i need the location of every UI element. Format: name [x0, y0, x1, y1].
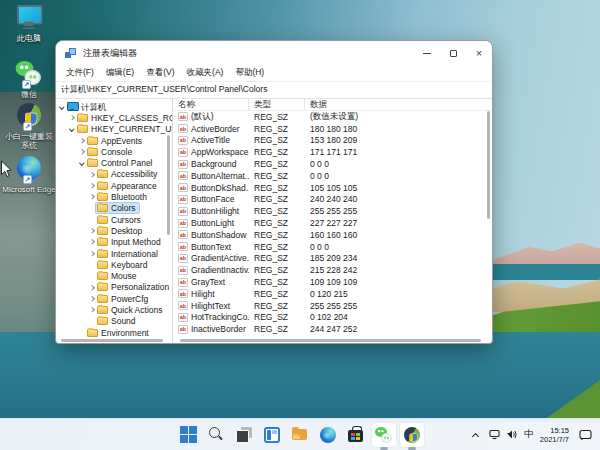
- notification-center-icon[interactable]: [579, 429, 592, 441]
- tree-item-console[interactable]: Console: [56, 146, 172, 157]
- window-title: 注册表编辑器: [83, 47, 414, 60]
- folder-icon: [77, 125, 88, 133]
- string-value-icon: [178, 266, 188, 275]
- menu-item-查看-v[interactable]: 查看(V): [140, 67, 180, 79]
- tree-item-powercfg[interactable]: PowerCfg: [56, 293, 172, 304]
- column-header-数据[interactable]: 数据: [305, 99, 492, 110]
- menu-item-文件-f[interactable]: 文件(F): [60, 67, 100, 79]
- value-row-activeborder[interactable]: ActiveBorderREG_SZ180 180 180: [173, 123, 492, 135]
- value-row-buttondkshad[interactable]: ButtonDkShad...REG_SZ105 105 105: [173, 182, 492, 194]
- value-row-background[interactable]: BackgroundREG_SZ0 0 0: [173, 158, 492, 170]
- tree-item-environment[interactable]: Environment: [56, 327, 172, 338]
- value-row-buttonlight[interactable]: ButtonLightREG_SZ227 227 227: [173, 217, 492, 229]
- value-row-buttonface[interactable]: ButtonFaceREG_SZ240 240 240: [173, 194, 492, 206]
- value-row-appworkspace[interactable]: AppWorkspaceREG_SZ171 171 171: [173, 146, 492, 158]
- ime-indicator[interactable]: 中: [524, 428, 534, 441]
- volume-icon[interactable]: [506, 429, 518, 440]
- value-row-hilighttext[interactable]: HilightTextREG_SZ255 255 255: [173, 300, 492, 312]
- value-row-gradientinactiv[interactable]: GradientInactiv...REG_SZ215 228 242: [173, 264, 492, 276]
- chevron-right-icon[interactable]: [88, 240, 96, 244]
- tree-item-label: Colors: [111, 203, 136, 213]
- value-row-buttonshadow[interactable]: ButtonShadowREG_SZ160 160 160: [173, 229, 492, 241]
- folder-icon: [97, 306, 108, 314]
- value-row-默认[interactable]: (默认)REG_SZ(数值未设置): [173, 111, 492, 123]
- list-vertical-scrollbar[interactable]: [487, 111, 490, 219]
- tree-vertical-scrollbar[interactable]: [167, 135, 170, 235]
- column-header-名称[interactable]: 名称: [173, 99, 249, 110]
- value-name-cell: ButtonHilight: [173, 206, 249, 216]
- value-row-graytext[interactable]: GrayTextREG_SZ109 109 109: [173, 276, 492, 288]
- minimize-button[interactable]: [414, 41, 440, 65]
- tree-item-appearance[interactable]: Appearance: [56, 180, 172, 191]
- value-row-gradientactive[interactable]: GradientActive...REG_SZ185 209 234: [173, 253, 492, 265]
- widgets-button[interactable]: [260, 423, 284, 447]
- menu-item-收藏夹-a[interactable]: 收藏夹(A): [181, 67, 230, 79]
- tree-item-hkey-current-user[interactable]: HKEY_CURRENT_USER: [56, 124, 172, 135]
- address-bar[interactable]: 计算机\HKEY_CURRENT_USER\Control Panel\Colo…: [56, 82, 492, 99]
- tree-item-international[interactable]: International: [56, 248, 172, 259]
- value-row-inactiveborder[interactable]: InactiveBorderREG_SZ244 247 252: [173, 323, 492, 335]
- chevron-right-icon[interactable]: [88, 252, 96, 256]
- tree-item-label: Control Panel: [101, 158, 153, 168]
- network-icon[interactable]: [489, 429, 500, 440]
- tree-item-mouse[interactable]: Mouse: [56, 270, 172, 281]
- desktop-icon-wechat[interactable]: ↗微信: [2, 58, 56, 99]
- chevron-right-icon[interactable]: [68, 116, 76, 120]
- search-button[interactable]: [204, 423, 228, 447]
- chevron-right-icon[interactable]: [88, 297, 96, 301]
- chevron-right-icon[interactable]: [88, 229, 96, 233]
- column-header-类型[interactable]: 类型: [249, 99, 305, 110]
- chevron-right-icon[interactable]: [88, 173, 96, 177]
- value-row-buttonalternat[interactable]: ButtonAlternat...REG_SZ0 0 0: [173, 170, 492, 182]
- store-button[interactable]: [344, 423, 368, 447]
- close-button[interactable]: ×: [466, 41, 492, 65]
- tree-item-sound[interactable]: Sound: [56, 316, 172, 327]
- tree-horizontal-scrollbar[interactable]: [61, 339, 163, 342]
- tray-overflow-button[interactable]: [467, 425, 483, 445]
- value-row-buttontext[interactable]: ButtonTextREG_SZ0 0 0: [173, 241, 492, 253]
- search-icon: [207, 426, 225, 444]
- chevron-right-icon[interactable]: [88, 184, 96, 188]
- chevron-down-icon[interactable]: [68, 127, 76, 131]
- task-view-button[interactable]: [232, 423, 256, 447]
- chevron-right-icon[interactable]: [88, 308, 96, 312]
- menu-item-编辑-e[interactable]: 编辑(E): [100, 67, 140, 79]
- taskbar-clock[interactable]: 15:15 2021/7/7: [540, 426, 569, 444]
- list-horizontal-scrollbar[interactable]: [180, 339, 481, 342]
- tree-item-appevents[interactable]: AppEvents: [56, 135, 172, 146]
- store-icon: [347, 426, 365, 444]
- chevron-right-icon[interactable]: [88, 286, 96, 290]
- tree-item-accessibility[interactable]: Accessibility: [56, 169, 172, 180]
- chevron-right-icon[interactable]: [88, 195, 96, 199]
- edge-button[interactable]: [316, 423, 340, 447]
- tree-item-input-method[interactable]: Input Method: [56, 237, 172, 248]
- tree-item-personalization[interactable]: Personalization: [56, 282, 172, 293]
- desktop-icon-pc[interactable]: 此电脑: [2, 2, 56, 43]
- xiaobai-button[interactable]: [400, 423, 424, 447]
- desktop-icon-xiaobai[interactable]: ↗小白一键重装系统: [2, 100, 56, 150]
- file-explorer-button[interactable]: [288, 423, 312, 447]
- maximize-button[interactable]: [440, 41, 466, 65]
- menu-item-帮助-h[interactable]: 帮助(H): [229, 67, 270, 79]
- value-row-activetitle[interactable]: ActiveTitleREG_SZ153 180 209: [173, 135, 492, 147]
- chevron-right-icon[interactable]: [78, 150, 86, 154]
- tree-item-keyboard[interactable]: Keyboard: [56, 259, 172, 270]
- tree-item-hkey-classes-root[interactable]: HKEY_CLASSES_ROOT: [56, 112, 172, 123]
- value-row-hottrackingco[interactable]: HotTrackingCo...REG_SZ0 102 204: [173, 312, 492, 324]
- tree-item-cursors[interactable]: Cursors: [56, 214, 172, 225]
- value-data: 255 255 255: [305, 206, 492, 216]
- tree-item-bluetooth[interactable]: Bluetooth: [56, 191, 172, 202]
- value-row-hilight[interactable]: HilightREG_SZ0 120 215: [173, 288, 492, 300]
- chevron-right-icon[interactable]: [78, 139, 86, 143]
- wechat-button[interactable]: [372, 423, 396, 447]
- tree-item-control-panel[interactable]: Control Panel: [56, 157, 172, 168]
- chevron-down-icon[interactable]: [78, 161, 86, 165]
- tree-item-quick-actions[interactable]: Quick Actions: [56, 304, 172, 315]
- tree-item-colors[interactable]: Colors: [56, 203, 172, 214]
- window-titlebar[interactable]: 注册表编辑器 ×: [56, 41, 492, 65]
- start-button[interactable]: [176, 423, 200, 447]
- tree-item-计算机[interactable]: 计算机: [56, 101, 172, 112]
- tree-item-desktop[interactable]: Desktop: [56, 225, 172, 236]
- value-row-buttonhilight[interactable]: ButtonHilightREG_SZ255 255 255: [173, 205, 492, 217]
- chevron-down-icon[interactable]: [58, 105, 66, 109]
